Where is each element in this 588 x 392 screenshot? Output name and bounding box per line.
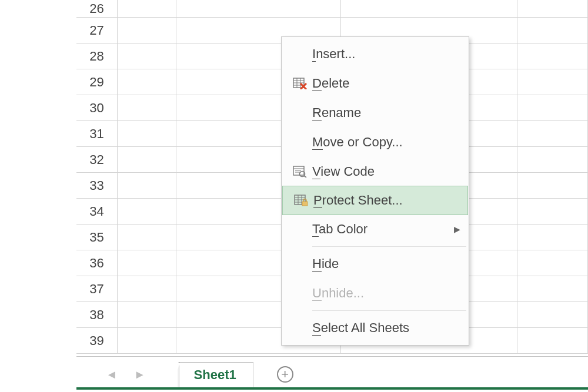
sheet-tab-strip: ◄ ► Sheet1 +: [76, 357, 588, 390]
menu-hide[interactable]: Hide: [282, 249, 469, 279]
row-header[interactable]: 35: [76, 225, 118, 250]
menu-view-code[interactable]: View Code: [282, 157, 469, 186]
cell[interactable]: [517, 147, 588, 172]
submenu-arrow-icon: ▶: [454, 225, 460, 234]
cell[interactable]: [517, 18, 588, 43]
cell[interactable]: [341, 0, 517, 17]
row-header[interactable]: 30: [76, 95, 118, 120]
delete-sheet-icon: [288, 78, 312, 89]
cell[interactable]: [517, 276, 588, 301]
cell[interactable]: [118, 173, 176, 198]
cell[interactable]: [517, 250, 588, 276]
cell[interactable]: [118, 147, 176, 172]
row-header[interactable]: 32: [76, 147, 118, 172]
cell[interactable]: [517, 328, 588, 353]
svg-rect-20: [302, 202, 308, 206]
cell[interactable]: [517, 0, 588, 17]
menu-separator: [312, 310, 466, 311]
nav-next-icon[interactable]: ►: [134, 368, 146, 381]
svg-line-13: [304, 176, 306, 177]
cell[interactable]: [118, 302, 176, 327]
protect-sheet-icon: [289, 195, 313, 206]
row-header[interactable]: 36: [76, 250, 118, 276]
cell[interactable]: [118, 95, 176, 120]
row-header[interactable]: 38: [76, 302, 118, 327]
row-header[interactable]: 37: [76, 276, 118, 301]
cell[interactable]: [118, 328, 176, 353]
menu-select-all-sheets[interactable]: Select All Sheets: [282, 313, 469, 343]
cell[interactable]: [517, 225, 588, 250]
cell[interactable]: [517, 173, 588, 198]
row-header[interactable]: 29: [76, 69, 118, 95]
menu-delete[interactable]: Delete: [282, 69, 469, 98]
cell[interactable]: [517, 69, 588, 95]
sheet-tab-active[interactable]: Sheet1: [179, 362, 253, 387]
menu-insert[interactable]: Insert...: [282, 39, 469, 69]
cell[interactable]: [118, 276, 176, 301]
menu-move-or-copy[interactable]: Move or Copy...: [282, 128, 469, 157]
cell[interactable]: [517, 95, 588, 120]
new-sheet-button[interactable]: +: [277, 366, 293, 383]
cell[interactable]: [118, 43, 176, 69]
cell[interactable]: [118, 121, 176, 146]
row-header[interactable]: 33: [76, 173, 118, 198]
menu-unhide: Unhide...: [282, 279, 469, 308]
cell[interactable]: [118, 0, 176, 17]
row-header[interactable]: 28: [76, 43, 118, 69]
row-header[interactable]: 34: [76, 199, 118, 224]
row-header[interactable]: 26: [76, 0, 118, 17]
sheet-context-menu: Insert... Delete Rename Move or Copy...: [281, 36, 469, 346]
view-code-icon: [288, 166, 312, 177]
cell[interactable]: [517, 199, 588, 224]
menu-rename[interactable]: Rename: [282, 98, 469, 128]
cell[interactable]: [176, 0, 341, 17]
cell[interactable]: [118, 250, 176, 276]
row-header[interactable]: 39: [76, 328, 118, 353]
cell[interactable]: [118, 69, 176, 95]
cell[interactable]: [517, 121, 588, 146]
menu-protect-sheet[interactable]: Protect Sheet...: [282, 186, 468, 215]
cell[interactable]: [517, 302, 588, 327]
row-header[interactable]: 27: [76, 18, 118, 43]
menu-tab-color[interactable]: Tab Color ▶: [282, 215, 469, 244]
row-header[interactable]: 31: [76, 121, 118, 146]
cell[interactable]: [118, 225, 176, 250]
menu-separator: [312, 246, 466, 247]
nav-prev-icon[interactable]: ◄: [106, 368, 118, 381]
cell[interactable]: [118, 18, 176, 43]
cell[interactable]: [118, 199, 176, 224]
cell[interactable]: [517, 43, 588, 69]
